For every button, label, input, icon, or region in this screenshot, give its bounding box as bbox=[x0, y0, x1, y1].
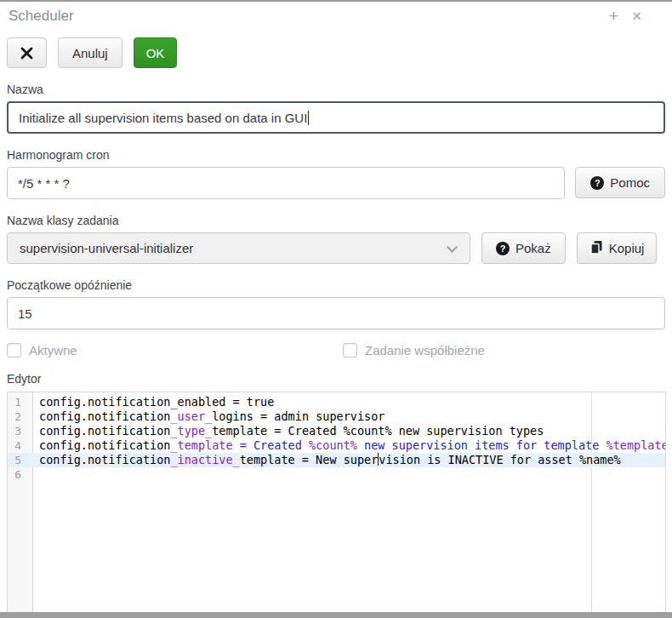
code-token: = Created bbox=[233, 438, 309, 452]
line-number: 1 bbox=[8, 395, 33, 409]
code-line[interactable]: 1config.notification_enabled = true bbox=[8, 395, 665, 409]
ok-button[interactable]: OK bbox=[134, 37, 178, 68]
code-lines: 1config.notification_enabled = true2conf… bbox=[8, 392, 665, 482]
code-line-text: config.notification_user_logins = admin … bbox=[33, 409, 665, 424]
show-button[interactable]: ? Pokaż bbox=[481, 232, 566, 264]
dialog-title: Scheduler bbox=[9, 8, 74, 25]
name-input[interactable]: Initialize all supervision items based o… bbox=[7, 101, 665, 134]
editor-label: Edytor bbox=[7, 372, 665, 386]
code-line-text: config.notification_template = Created %… bbox=[33, 438, 665, 453]
chevron-down-icon bbox=[447, 242, 458, 253]
name-label: Nazwa bbox=[7, 83, 665, 96]
copy-button[interactable]: Kopiuj bbox=[577, 232, 658, 264]
code-token: %count% bbox=[309, 438, 357, 452]
code-token: template = New super bbox=[240, 453, 379, 466]
active-checkbox-label: Aktywne bbox=[29, 343, 77, 358]
copy-button-label: Kopiuj bbox=[609, 241, 645, 255]
code-token: _inactive_ bbox=[170, 453, 239, 466]
code-token: _type_ bbox=[170, 424, 212, 438]
help-button-label: Pomoc bbox=[610, 175, 650, 190]
help-button[interactable]: ? Pomoc bbox=[575, 167, 665, 198]
cancel-button[interactable]: Anuluj bbox=[58, 37, 122, 68]
active-checkbox-item[interactable]: Aktywne bbox=[7, 343, 343, 358]
close-icon[interactable]: × bbox=[632, 8, 641, 24]
copy-icon bbox=[589, 240, 603, 257]
code-token: _user_ bbox=[170, 409, 212, 423]
text-cursor bbox=[308, 111, 309, 125]
code-token: logins = admin supervisor bbox=[212, 409, 384, 423]
code-token: config.notification bbox=[39, 409, 170, 423]
code-line[interactable]: 6 bbox=[8, 467, 665, 482]
code-token: template = Created %count% new supervisi… bbox=[212, 424, 544, 438]
code-line-text: config.notification_enabled = true bbox=[33, 395, 665, 409]
code-line[interactable]: 3config.notification_type_template = Cre… bbox=[8, 424, 665, 438]
job-class-selected-value: supervision-universal-initializer bbox=[20, 241, 193, 255]
maximize-icon[interactable]: + bbox=[609, 8, 618, 24]
x-icon bbox=[20, 47, 33, 60]
line-number: 5 bbox=[8, 453, 33, 467]
code-editor[interactable]: 1config.notification_enabled = true2conf… bbox=[7, 392, 666, 614]
concurrent-checkbox[interactable] bbox=[343, 343, 357, 358]
active-checkbox[interactable] bbox=[7, 343, 21, 358]
code-line-text: config.notification_inactive_template = … bbox=[33, 453, 665, 467]
code-token: config.notification bbox=[39, 453, 170, 466]
line-number: 6 bbox=[8, 467, 33, 482]
concurrent-checkbox-label: Zadanie współbieżne bbox=[365, 343, 485, 358]
cron-label: Harmonogram cron bbox=[7, 148, 665, 162]
cron-input[interactable] bbox=[7, 167, 565, 199]
code-token: config.notification bbox=[39, 424, 170, 438]
initial-delay-label: Początkowe opóźnienie bbox=[7, 278, 665, 292]
toolbar: Anuluj OK bbox=[0, 25, 672, 68]
line-number: 4 bbox=[8, 438, 33, 453]
window-top-border bbox=[0, 0, 672, 2]
code-line-text bbox=[33, 467, 665, 482]
question-circle-icon: ? bbox=[590, 176, 604, 190]
code-token: _template bbox=[170, 438, 232, 452]
job-class-select[interactable]: supervision-universal-initializer bbox=[7, 232, 470, 264]
show-button-label: Pokaż bbox=[515, 241, 551, 255]
name-input-value: Initialize all supervision items based o… bbox=[19, 111, 307, 125]
code-token: vision is INACTIVE for asset %name% bbox=[379, 453, 620, 466]
close-button[interactable] bbox=[7, 37, 47, 68]
code-line-text: config.notification_type_template = Crea… bbox=[33, 424, 665, 438]
dialog-header: Scheduler + × bbox=[0, 0, 672, 25]
code-token: config.notification bbox=[39, 438, 170, 452]
code-token: new supervision items for template bbox=[357, 438, 607, 452]
code-line[interactable]: 4config.notification_template = Created … bbox=[8, 438, 665, 453]
code-token: %template bbox=[607, 438, 665, 452]
code-line[interactable]: 2config.notification_user_logins = admin… bbox=[8, 409, 665, 424]
line-number: 2 bbox=[8, 409, 33, 424]
concurrent-checkbox-item[interactable]: Zadanie współbieżne bbox=[343, 343, 485, 358]
question-circle-icon: ? bbox=[496, 242, 510, 255]
code-token: config.notification_enabled = true bbox=[39, 395, 274, 409]
job-class-label: Nazwa klasy zadania bbox=[7, 214, 665, 227]
code-line[interactable]: 5config.notification_inactive_template =… bbox=[8, 453, 665, 467]
line-number: 3 bbox=[8, 424, 33, 438]
horizontal-scrollbar[interactable] bbox=[0, 612, 672, 618]
initial-delay-input[interactable] bbox=[7, 297, 665, 329]
